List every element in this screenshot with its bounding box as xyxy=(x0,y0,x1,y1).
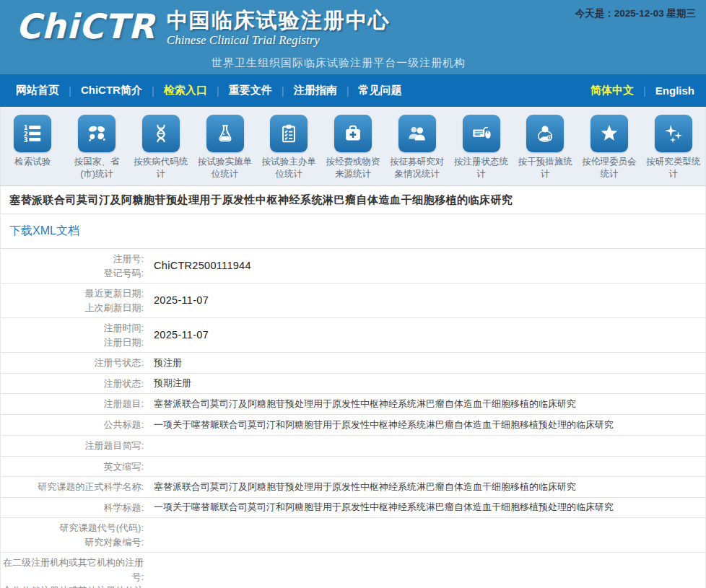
svg-text:3: 3 xyxy=(24,136,28,144)
registration-status-value: 预期注册 xyxy=(144,374,705,392)
site-title-english: Chinese Clinical Trial Registry xyxy=(167,33,391,48)
field-label: 注册号:登记号码: xyxy=(1,249,144,283)
nav-separator: | xyxy=(643,84,646,97)
nav-separator: | xyxy=(152,84,154,97)
scientific-name-value: 塞替派联合司莫司汀及阿糖胞苷预处理用于原发性中枢神经系统淋巴瘤自体造血干细胞移植… xyxy=(144,478,705,496)
main-nav: 网站首页 | ChiCTR简介 | 检索入口 | 重要文件 | 注册指南 | 常… xyxy=(0,74,706,107)
nav-item-faq[interactable]: 常见问题 xyxy=(359,84,402,97)
stat-label: 按研究类型统 计 xyxy=(641,156,705,180)
stat-label: 按国家、省 (市)统计 xyxy=(65,156,129,180)
statistics-shortcut-band: 1 2 3 检索试验 xyxy=(0,107,706,186)
row-last-refresh-date: 最近更新日期:上次刷新日期: 2025-11-07 xyxy=(1,284,705,318)
world-map-icon xyxy=(78,115,116,152)
stat-by-funding-source[interactable]: 按经费或物资 来源统计 xyxy=(321,115,385,185)
stat-by-study-type[interactable]: 按研究类型统 计 xyxy=(641,115,705,185)
clipboard-icon xyxy=(270,115,308,152)
chictr-logo-text: ChiCTR xyxy=(16,9,155,43)
nav-item-home[interactable]: 网站首页 xyxy=(16,84,59,97)
site-header: ChiCTR 中国临床试验注册中心 Chinese Clinical Trial… xyxy=(0,0,706,74)
field-label: 注册题目: xyxy=(1,394,144,414)
nav-separator: | xyxy=(282,84,284,97)
today-date: 今天是：2025-12-03 星期三 xyxy=(575,7,696,20)
registration-number-value: ChiCTR2500111944 xyxy=(144,255,705,276)
row-secondary-registry-id: 在二级注册机构或其它机构的注册号:合作伙伴注册处或其他注册处的注册号: xyxy=(1,553,705,588)
sparkles-icon xyxy=(655,115,692,152)
keyboard-mouse-icon xyxy=(463,115,500,152)
row-registration-number-status: 注册号状态: 预注册 xyxy=(1,353,705,374)
nav-separator: | xyxy=(217,84,219,97)
lang-switch-english[interactable]: English xyxy=(655,84,694,97)
row-registration-date: 注册时间:注册日期: 2025-11-07 xyxy=(1,318,705,353)
registration-title-value: 塞替派联合司莫司汀及阿糖胞苷预处理用于原发性中枢神经系统淋巴瘤自体造血干细胞移植… xyxy=(144,395,705,413)
stat-by-registration-status[interactable]: 按注册状态统 计 xyxy=(449,115,513,185)
stat-label: 按试验实施单 位统计 xyxy=(193,156,257,180)
field-label: 研究课题的正式科学名称: xyxy=(1,477,144,497)
stat-label: 按试验主办单 位统计 xyxy=(257,156,321,180)
stat-by-sponsor-institution[interactable]: 按试验主办单 位统计 xyxy=(257,115,321,185)
field-label: 最近更新日期:上次刷新日期: xyxy=(1,284,144,317)
medical-bag-icon xyxy=(334,115,372,152)
title-acronym-value xyxy=(144,443,705,449)
stat-label: 按注册状态统 计 xyxy=(449,156,513,180)
nav-item-search-entry[interactable]: 检索入口 xyxy=(164,84,207,97)
field-label: 注册状态: xyxy=(1,374,144,394)
download-xml-link[interactable]: 下载XML文档 xyxy=(9,224,79,237)
last-refresh-date-value: 2025-11-07 xyxy=(144,290,705,310)
stat-by-recruitment-status[interactable]: 按征募研究对 象情况统计 xyxy=(385,115,449,185)
stat-label: 按干预措施统 计 xyxy=(513,156,578,180)
field-label: 注册号状态: xyxy=(1,353,144,373)
stat-label: 按经费或物资 来源统计 xyxy=(321,156,385,180)
nav-separator: | xyxy=(347,84,349,97)
nav-item-registration-guide[interactable]: 注册指南 xyxy=(294,84,337,97)
row-registration-number: 注册号:登记号码: ChiCTR2500111944 xyxy=(1,249,705,284)
lang-switch-chinese[interactable]: 简体中文 xyxy=(590,84,634,97)
public-title-value: 一项关于噻替哌联合司莫司汀和阿糖胞苷用于原发性中枢神经系统淋巴瘤自体造血干细胞移… xyxy=(144,416,705,434)
stat-label: 检索试验 xyxy=(1,156,65,168)
nav-item-about[interactable]: ChiCTR简介 xyxy=(81,84,142,97)
numbered-list-icon: 1 2 3 xyxy=(14,115,51,152)
site-title-chinese: 中国临床试验注册中心 xyxy=(167,9,391,32)
row-registration-title: 注册题目: 塞替派联合司莫司汀及阿糖胞苷预处理用于原发性中枢神经系统淋巴瘤自体造… xyxy=(1,394,705,415)
field-label: 在二级注册机构或其它机构的注册号:合作伙伴注册处或其他注册处的注册号: xyxy=(1,553,144,588)
field-label: 注册题目简写: xyxy=(1,436,144,456)
row-scientific-title: 科学标题: 一项关于噻替哌联合司莫司汀和阿糖胞苷用于原发性中枢神经系统淋巴瘤自体… xyxy=(1,498,705,519)
row-registration-status: 注册状态: 预期注册 xyxy=(1,374,705,395)
stat-label: 按疾病代码统 计 xyxy=(128,156,193,180)
row-scientific-name: 研究课题的正式科学名称: 塞替派联合司莫司汀及阿糖胞苷预处理用于原发性中枢神经系… xyxy=(1,477,705,498)
row-public-title: 公共标题: 一项关于噻替哌联合司莫司汀和阿糖胞苷用于原发性中枢神经系统淋巴瘤自体… xyxy=(1,415,705,436)
doctor-icon xyxy=(526,115,564,152)
xml-download-row: 下载XML文档 xyxy=(1,214,705,249)
people-group-icon xyxy=(398,115,436,152)
registration-number-status-value: 预注册 xyxy=(144,354,705,372)
row-english-acronym: 英文缩写: xyxy=(1,457,705,478)
field-label: 注册时间:注册日期: xyxy=(1,318,144,352)
flask-icon xyxy=(206,115,244,152)
site-title-block: 中国临床试验注册中心 Chinese Clinical Trial Regist… xyxy=(167,9,391,48)
field-label: 英文缩写: xyxy=(1,457,144,477)
study-subject-code-value xyxy=(144,532,705,538)
chictr-registry-page: ChiCTR 中国临床试验注册中心 Chinese Clinical Trial… xyxy=(0,0,706,588)
row-title-acronym: 注册题目简写: xyxy=(1,436,705,457)
trial-page-title: 塞替派联合司莫司汀及阿糖胞苷预处理用于原发性中枢神经系统淋巴瘤自体造血干细胞移植… xyxy=(1,186,705,214)
nav-separator: | xyxy=(69,84,71,97)
who-platform-subtitle: 世界卫生组织国际临床试验注册平台一级注册机构 xyxy=(212,56,466,70)
stat-label: 按征募研究对 象情况统计 xyxy=(385,156,449,180)
trial-detail-content: 塞替派联合司莫司汀及阿糖胞苷预处理用于原发性中枢神经系统淋巴瘤自体造血干细胞移植… xyxy=(0,186,706,588)
english-acronym-value xyxy=(144,463,705,469)
stat-search-trials[interactable]: 1 2 3 检索试验 xyxy=(1,115,65,185)
stat-by-ethics-committee[interactable]: 按伦理委员会 统计 xyxy=(578,115,642,185)
field-label: 科学标题: xyxy=(1,498,144,518)
stat-by-country-province[interactable]: 按国家、省 (市)统计 xyxy=(65,115,129,185)
star-icon xyxy=(590,115,628,152)
site-logo[interactable]: ChiCTR 中国临床试验注册中心 Chinese Clinical Trial… xyxy=(16,9,391,48)
nav-item-important-documents[interactable]: 重要文件 xyxy=(229,84,272,97)
stat-by-implementing-institution[interactable]: 按试验实施单 位统计 xyxy=(193,115,257,185)
stat-by-intervention[interactable]: 按干预措施统 计 xyxy=(513,115,578,185)
stat-label: 按伦理委员会 统计 xyxy=(578,156,642,180)
field-label: 研究课题代号(代码):研究对象编号: xyxy=(1,518,144,552)
stat-by-disease-code[interactable]: 按疾病代码统 计 xyxy=(128,115,193,185)
scientific-title-value: 一项关于噻替哌联合司莫司汀和阿糖胞苷用于原发性中枢神经系统淋巴瘤自体造血干细胞移… xyxy=(144,498,705,517)
row-study-subject-code: 研究课题代号(代码):研究对象编号: xyxy=(1,518,705,553)
registration-date-value: 2025-11-07 xyxy=(144,325,705,345)
field-label: 公共标题: xyxy=(1,415,144,435)
